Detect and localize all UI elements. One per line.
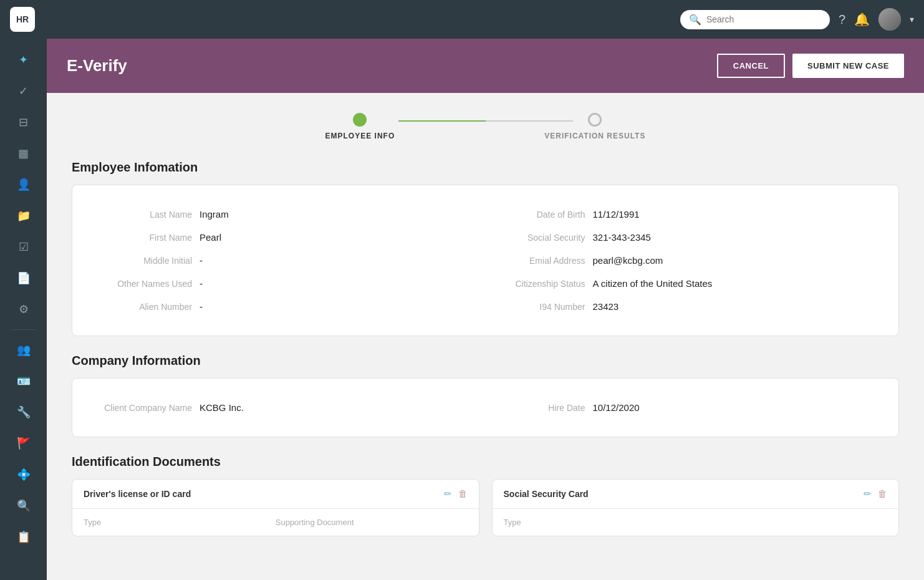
tasks-icon: ☑ bbox=[19, 240, 29, 254]
sidebar-item-search2[interactable]: 🔍 bbox=[10, 492, 37, 520]
sidebar-item-folder[interactable]: 📁 bbox=[10, 202, 37, 230]
sidebar-item-settings[interactable]: ⚙ bbox=[10, 296, 37, 323]
sidebar-item-id-card[interactable]: 🪪 bbox=[10, 367, 37, 395]
content-area: EMPLOYEE INFO VERIFICATION RESULTS Emplo… bbox=[47, 93, 924, 580]
id-card-drivers-license: Driver's license or ID card ✏ 🗑 Type Sup… bbox=[72, 479, 479, 536]
id-card-header-ssn: Social Security Card ✏ 🗑 bbox=[493, 480, 899, 509]
sidebar-item-gear2[interactable]: 🔧 bbox=[10, 399, 37, 426]
value-middleinitial: - bbox=[200, 255, 203, 266]
label-ssn: Social Security bbox=[486, 233, 585, 243]
sidebar-item-nav[interactable]: ✦ bbox=[10, 46, 37, 74]
step-employee-info: EMPLOYEE INFO bbox=[325, 113, 395, 140]
id-card-title-drivers: Driver's license or ID card bbox=[84, 489, 191, 499]
label-firstname: First Name bbox=[92, 233, 192, 243]
sidebar-item-calendar[interactable]: ▦ bbox=[10, 140, 37, 167]
info-row-company-name: Client Company Name KCBG Inc. bbox=[92, 396, 486, 419]
bell-icon[interactable]: 🔔 bbox=[854, 12, 870, 27]
company-info-right: Hire Date 10/12/2020 bbox=[486, 396, 879, 419]
sidebar-item-diamond[interactable]: 💠 bbox=[10, 461, 37, 488]
employee-info-section-title: Employee Infomation bbox=[72, 160, 899, 175]
diamond-icon: 💠 bbox=[17, 468, 31, 481]
info-row-i94: I94 Number 23423 bbox=[486, 295, 879, 318]
employee-info-card: Last Name Ingram First Name Pearl Middle… bbox=[72, 185, 899, 336]
sidebar-item-check[interactable]: ✓ bbox=[10, 77, 37, 105]
help-icon[interactable]: ? bbox=[839, 12, 845, 27]
edit-icon-drivers[interactable]: ✏ bbox=[444, 488, 452, 500]
info-row-citizenship: Citizenship Status A citizen of the Unit… bbox=[486, 272, 879, 295]
employee-info-left: Last Name Ingram First Name Pearl Middle… bbox=[92, 203, 486, 318]
step-label-employee-info: EMPLOYEE INFO bbox=[325, 132, 395, 140]
sidebar-item-tasks[interactable]: ☑ bbox=[10, 233, 37, 261]
flag-icon: 🚩 bbox=[17, 437, 31, 450]
company-info-section-title: Company Information bbox=[72, 354, 899, 368]
value-firstname: Pearl bbox=[200, 232, 221, 243]
sidebar-item-group[interactable]: 👥 bbox=[10, 336, 37, 364]
label-othernames: Other Names Used bbox=[92, 279, 192, 289]
calendar-icon: ▦ bbox=[18, 147, 29, 160]
submit-new-case-button[interactable]: SUBMIT NEW CASE bbox=[792, 54, 904, 78]
step-dot-active bbox=[353, 113, 367, 127]
id-col-supporting-ssn bbox=[695, 518, 887, 527]
sidebar-item-file2[interactable]: 📋 bbox=[10, 523, 37, 551]
search-input[interactable] bbox=[706, 14, 821, 24]
edit-icon-ssn[interactable]: ✏ bbox=[864, 488, 872, 500]
info-row-othernames: Other Names Used - bbox=[92, 272, 486, 295]
stepper-track-fill bbox=[398, 120, 486, 122]
value-lastname: Ingram bbox=[200, 209, 229, 220]
sidebar-item-flag[interactable]: 🚩 bbox=[10, 430, 37, 457]
id-col-type-drivers: Type bbox=[84, 518, 276, 527]
avatar-image bbox=[878, 8, 901, 31]
page-title: E-Verify bbox=[67, 56, 127, 75]
search-icon: 🔍 bbox=[689, 14, 701, 26]
chevron-down-icon[interactable]: ▾ bbox=[910, 14, 914, 24]
header-actions: CANCEL SUBMIT NEW CASE bbox=[717, 54, 904, 78]
info-row-email: Emial Address pearl@kcbg.com bbox=[486, 249, 879, 272]
delete-icon-drivers[interactable]: 🗑 bbox=[458, 488, 468, 500]
employee-info-grid: Last Name Ingram First Name Pearl Middle… bbox=[92, 203, 878, 318]
id-card-body-drivers: Type Supporting Document bbox=[72, 509, 479, 536]
info-row-aliennumber: Alien Number - bbox=[92, 295, 486, 318]
value-citizenship: A citizen of the United States bbox=[593, 278, 713, 289]
label-aliennumber: Alien Number bbox=[92, 302, 192, 312]
value-aliennumber: - bbox=[200, 301, 203, 312]
value-ssn: 321-343-2345 bbox=[593, 232, 651, 243]
inbox-icon: ⊟ bbox=[19, 115, 28, 129]
id-docs-section-title: Identification Documents bbox=[72, 455, 899, 469]
delete-icon-ssn[interactable]: 🗑 bbox=[878, 488, 887, 500]
id-card-actions-drivers: ✏ 🗑 bbox=[444, 488, 468, 500]
value-dob: 11/12/1991 bbox=[593, 209, 640, 220]
search-bar[interactable]: 🔍 bbox=[680, 10, 830, 29]
sidebar-item-inbox[interactable]: ⊟ bbox=[10, 109, 37, 136]
cancel-button[interactable]: CANCEL bbox=[717, 54, 785, 78]
info-row-hire-date: Hire Date 10/12/2020 bbox=[486, 396, 879, 419]
id-card-body-ssn: Type bbox=[493, 509, 899, 536]
gear2-icon: 🔧 bbox=[17, 405, 31, 419]
label-citizenship: Citizenship Status bbox=[486, 279, 585, 289]
settings-icon: ⚙ bbox=[19, 302, 29, 316]
stepper: EMPLOYEE INFO VERIFICATION RESULTS bbox=[72, 113, 899, 140]
id-card-header-drivers: Driver's license or ID card ✏ 🗑 bbox=[72, 480, 479, 509]
label-company-name: Client Company Name bbox=[92, 403, 192, 413]
id-cols-ssn: Type bbox=[504, 518, 888, 527]
sidebar-item-docs[interactable]: 📄 bbox=[10, 264, 37, 292]
company-info-left: Client Company Name KCBG Inc. bbox=[92, 396, 486, 419]
check-icon: ✓ bbox=[19, 84, 28, 98]
arrow-icon: ✦ bbox=[19, 53, 28, 67]
sidebar-item-person[interactable]: 👤 bbox=[10, 171, 37, 198]
page-header: E-Verify CANCEL SUBMIT NEW CASE bbox=[47, 39, 924, 93]
person-icon: 👤 bbox=[17, 178, 31, 191]
avatar[interactable] bbox=[878, 8, 901, 31]
value-hire-date: 10/12/2020 bbox=[593, 402, 640, 413]
info-row-lastname: Last Name Ingram bbox=[92, 203, 486, 226]
company-info-card: Client Company Name KCBG Inc. Hire Date … bbox=[72, 378, 899, 437]
id-card-social-security: Social Security Card ✏ 🗑 Type bbox=[492, 479, 900, 536]
sidebar-divider bbox=[11, 329, 36, 330]
sidebar: ✦ ✓ ⊟ ▦ 👤 📁 ☑ 📄 ⚙ 👥 🪪 🔧 🚩 💠 🔍 📋 bbox=[0, 39, 47, 580]
company-info-grid: Client Company Name KCBG Inc. Hire Date … bbox=[92, 396, 878, 419]
hr-logo[interactable]: HR bbox=[10, 7, 35, 32]
value-company-name: KCBG Inc. bbox=[200, 402, 244, 413]
value-othernames: - bbox=[200, 278, 203, 289]
id-col-supporting-drivers: Supporting Document bbox=[276, 518, 468, 527]
step-verification-results: VERIFICATION RESULTS bbox=[544, 113, 645, 140]
id-col-type-ssn: Type bbox=[504, 518, 696, 527]
